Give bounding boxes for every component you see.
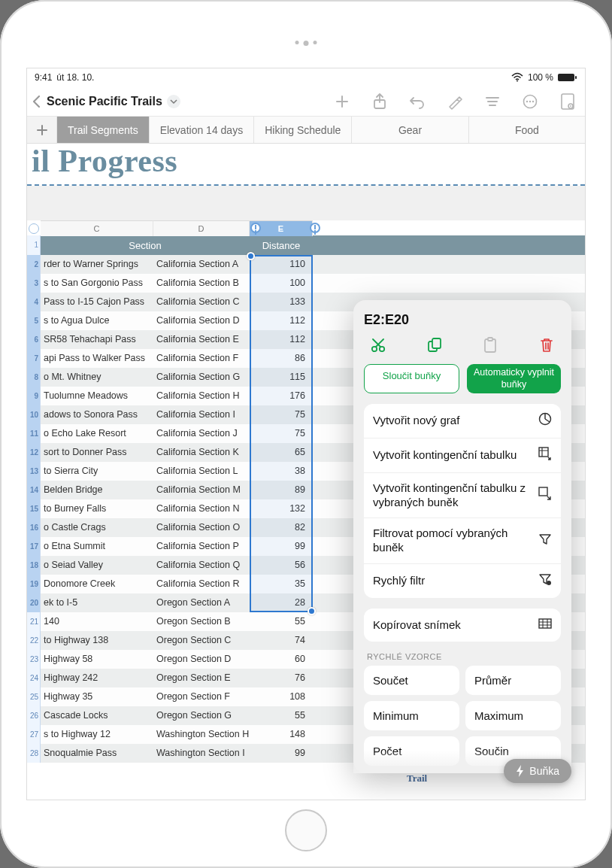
row-number[interactable]: 26 xyxy=(27,706,41,725)
share-icon[interactable] xyxy=(371,93,388,110)
cell-section[interactable]: California Section M xyxy=(153,481,250,499)
cell-distance[interactable]: 112 xyxy=(250,311,313,330)
row-number[interactable]: 8 xyxy=(27,368,41,387)
cell-distance[interactable]: 132 xyxy=(250,499,313,518)
cell-segment[interactable]: Donomore Creek xyxy=(41,575,153,593)
cell-distance[interactable]: 110 xyxy=(250,255,313,274)
canvas-gap[interactable] xyxy=(27,186,585,220)
cell-segment[interactable]: SR58 Tehachapi Pass xyxy=(41,330,153,349)
cell-section[interactable]: Oregon Section D xyxy=(153,650,250,669)
cell-distance[interactable]: 100 xyxy=(250,274,313,293)
cell-distance[interactable]: 38 xyxy=(250,462,313,481)
col-d[interactable]: D xyxy=(153,220,250,236)
cell-section[interactable]: California Section B xyxy=(153,274,250,293)
copy-icon[interactable] xyxy=(425,335,444,355)
cell-segment[interactable]: s to San Gorgonio Pass xyxy=(41,274,153,293)
cell-distance[interactable]: 65 xyxy=(250,443,313,462)
row-number[interactable]: 5 xyxy=(27,311,41,330)
cell-segment[interactable]: o Echo Lake Resort xyxy=(41,424,153,443)
tab-gear[interactable]: Gear xyxy=(352,117,468,143)
back-button[interactable] xyxy=(32,95,42,108)
home-button[interactable] xyxy=(285,809,327,851)
cell-section[interactable]: California Section K xyxy=(153,443,250,462)
format-icon[interactable] xyxy=(447,93,463,110)
cell-section[interactable]: Washington Section H xyxy=(153,725,250,744)
row-number[interactable]: 23 xyxy=(27,650,41,669)
cell-segment[interactable]: to Burney Falls xyxy=(41,499,153,518)
delete-icon[interactable] xyxy=(537,335,556,355)
tab-food[interactable]: Food xyxy=(469,117,585,143)
cell-section[interactable]: California Section I xyxy=(153,405,250,424)
row-number[interactable]: 4 xyxy=(27,293,41,311)
cell-distance[interactable]: 75 xyxy=(250,405,313,424)
cell-distance[interactable]: 99 xyxy=(250,744,313,763)
cell-section[interactable]: Washington Section I xyxy=(153,744,250,763)
formula-max[interactable]: Maximum xyxy=(465,701,561,730)
cell-segment[interactable]: adows to Sonora Pass xyxy=(41,405,153,424)
cell-section[interactable]: Oregon Section A xyxy=(153,593,250,612)
cell-section[interactable]: California Section F xyxy=(153,349,250,368)
row-number[interactable]: 2 xyxy=(27,255,41,274)
col-c[interactable]: C xyxy=(41,220,153,236)
cell-section[interactable]: California Section J xyxy=(153,424,250,443)
cell-distance[interactable]: 60 xyxy=(250,650,313,669)
filter-selection-item[interactable]: Filtrovat pomocí vybraných buněk xyxy=(364,518,561,564)
cell-distance[interactable]: 56 xyxy=(250,556,313,575)
cell-segment[interactable]: s to Agua Dulce xyxy=(41,311,153,330)
row-number[interactable]: 13 xyxy=(27,462,41,481)
cell-segment[interactable]: o Seiad Valley xyxy=(41,556,153,575)
cell-segment[interactable]: Belden Bridge xyxy=(41,481,153,499)
cell-distance[interactable]: 148 xyxy=(250,725,313,744)
cell-section[interactable]: California Section C xyxy=(153,293,250,311)
header-section[interactable]: Section xyxy=(41,235,250,255)
tab-hiking-schedule[interactable]: Hiking Schedule xyxy=(254,117,352,143)
row-number[interactable]: 11 xyxy=(27,424,41,443)
cell-section[interactable]: California Section O xyxy=(153,518,250,537)
row-number[interactable]: 22 xyxy=(27,631,41,650)
cell-segment[interactable]: 140 xyxy=(41,612,153,631)
add-icon[interactable] xyxy=(334,93,350,110)
formula-min[interactable]: Minimum xyxy=(364,701,459,730)
cell-section[interactable]: Oregon Section E xyxy=(153,669,250,687)
cell-distance[interactable]: 133 xyxy=(250,293,313,311)
cell-distance[interactable]: 35 xyxy=(250,575,313,593)
cell-distance[interactable]: 99 xyxy=(250,537,313,556)
row-number[interactable]: 9 xyxy=(27,387,41,405)
cut-icon[interactable] xyxy=(368,335,388,355)
cell-segment[interactable]: ek to I-5 xyxy=(41,593,153,612)
cell-section[interactable]: California Section G xyxy=(153,368,250,387)
cell-section[interactable]: California Section P xyxy=(153,537,250,556)
tab-elevation[interactable]: Elevation 14 days xyxy=(150,117,255,143)
cell-section[interactable]: Oregon Section F xyxy=(153,687,250,706)
column-handle-left[interactable] xyxy=(250,223,261,233)
tab-trail-segments[interactable]: Trail Segments xyxy=(57,117,150,143)
cell-section[interactable]: California Section Q xyxy=(153,556,250,575)
copy-snapshot-item[interactable]: Kopírovat snímek xyxy=(364,609,561,642)
row-number[interactable]: 7 xyxy=(27,349,41,368)
formula-avg[interactable]: Průměr xyxy=(465,666,561,695)
cell-section[interactable]: California Section H xyxy=(153,387,250,405)
row-number[interactable]: 17 xyxy=(27,537,41,556)
table-row[interactable]: 2rder to Warner SpringsCalifornia Sectio… xyxy=(27,255,585,274)
row-number[interactable]: 12 xyxy=(27,443,41,462)
quick-filter-item[interactable]: Rychlý filtr xyxy=(364,564,561,598)
cell-segment[interactable]: to Sierra City xyxy=(41,462,153,481)
cell-section[interactable]: Oregon Section B xyxy=(153,612,250,631)
table-row[interactable]: 3s to San Gorgonio PassCalifornia Sectio… xyxy=(27,274,585,293)
create-pivot-item[interactable]: Vytvořit kontingenční tabulku xyxy=(364,439,561,473)
inspector-icon[interactable] xyxy=(559,93,576,110)
cell-section[interactable]: California Section E xyxy=(153,330,250,349)
undo-icon[interactable] xyxy=(409,93,426,110)
paste-icon[interactable] xyxy=(480,335,500,355)
row-number[interactable]: 16 xyxy=(27,518,41,537)
cell-section[interactable]: California Section R xyxy=(153,575,250,593)
cell-segment[interactable]: Snoqualmie Pass xyxy=(41,744,153,763)
cell-distance[interactable]: 176 xyxy=(250,387,313,405)
cell-segment[interactable]: to Highway 138 xyxy=(41,631,153,650)
cell-segment[interactable]: o Mt. Whitney xyxy=(41,368,153,387)
formula-sum[interactable]: Součet xyxy=(364,666,459,695)
more-icon[interactable] xyxy=(522,93,538,110)
cell-distance[interactable]: 112 xyxy=(250,330,313,349)
cell-section[interactable]: Oregon Section C xyxy=(153,631,250,650)
create-chart-item[interactable]: Vytvořit nový graf xyxy=(364,404,561,439)
